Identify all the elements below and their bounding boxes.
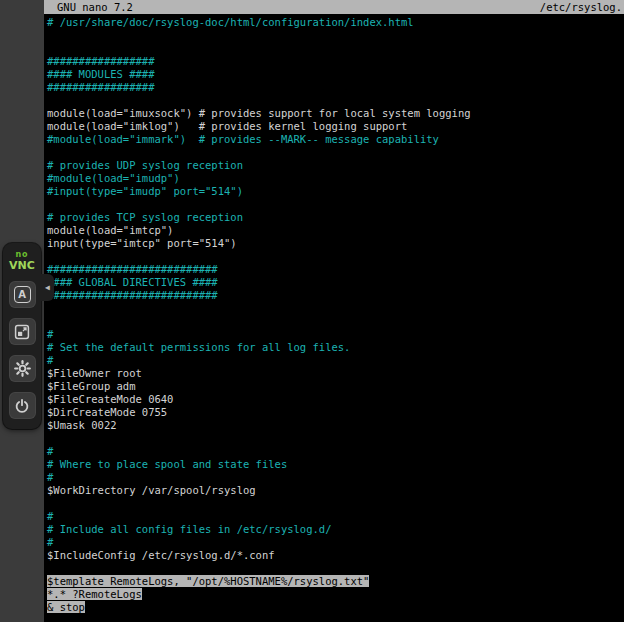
editor-line: # — [47, 536, 624, 549]
editor-line — [47, 250, 624, 263]
editor-line: ########################### — [47, 263, 624, 276]
editor-line: # Include all config files in /etc/rsysl… — [47, 523, 624, 536]
editor-line — [47, 29, 624, 42]
editor-line: #### GLOBAL DIRECTIVES #### — [47, 276, 624, 289]
editor-line: $FileCreateMode 0640 — [47, 393, 624, 406]
editor-line: # — [47, 510, 624, 523]
editor-line: $WorkDirectory /var/spool/rsyslog — [47, 484, 624, 497]
editor-line: *.* ?RemoteLogs — [47, 588, 624, 601]
editor-line: $FileGroup adm — [47, 380, 624, 393]
power-icon — [14, 398, 30, 414]
editor-line — [47, 94, 624, 107]
power-button[interactable] — [9, 392, 36, 419]
editor-line — [47, 42, 624, 55]
editor-line: module(load="imklog") # provides kernel … — [47, 120, 624, 133]
editor-line: #### MODULES #### — [47, 68, 624, 81]
editor-line: module(load="imtcp") — [47, 224, 624, 237]
fullscreen-icon — [14, 324, 30, 340]
editor-line: $Umask 0022 — [47, 419, 624, 432]
settings-button[interactable] — [9, 355, 36, 382]
editor-line — [47, 562, 624, 575]
editor-line: ################# — [47, 81, 624, 94]
editor-line: # — [47, 471, 624, 484]
terminal-screen[interactable]: GNU nano 7.2 /etc/rsyslog. # /usr/share/… — [44, 0, 624, 622]
editor-line: #module(load="imudp") — [47, 172, 624, 185]
editor-line: # Set the default permissions for all lo… — [47, 341, 624, 354]
editor-line — [47, 302, 624, 315]
editor-line: ########################### — [47, 289, 624, 302]
keyboard-button[interactable]: A — [9, 281, 36, 308]
editor-line: # — [47, 328, 624, 341]
nano-filename: /etc/rsyslog. — [540, 1, 622, 14]
editor-line: #input(type="imudp" port="514") — [47, 185, 624, 198]
novnc-logo: no VNC — [9, 251, 35, 271]
editor-line — [47, 146, 624, 159]
keyboard-a-icon: A — [14, 286, 31, 303]
editor-line: $IncludeConfig /etc/rsyslog.d/*.conf — [47, 549, 624, 562]
editor-line: # provides UDP syslog reception — [47, 159, 624, 172]
editor-line: # Where to place spool and state files — [47, 458, 624, 471]
editor-line: ################# — [47, 55, 624, 68]
editor-line: # — [47, 445, 624, 458]
editor-line: # provides TCP syslog reception — [47, 211, 624, 224]
editor-line — [47, 315, 624, 328]
nano-titlebar: GNU nano 7.2 /etc/rsyslog. — [44, 0, 624, 14]
editor-line: $DirCreateMode 0755 — [47, 406, 624, 419]
toolbar-collapse-handle[interactable]: ◀ — [41, 274, 54, 301]
editor-line — [47, 198, 624, 211]
editor-line: # /usr/share/doc/rsyslog-doc/html/config… — [47, 16, 624, 29]
novnc-logo-vnc: VNC — [9, 260, 35, 271]
editor-line — [47, 432, 624, 445]
editor-line: input(type="imtcp" port="514") — [47, 237, 624, 250]
chevron-left-icon: ◀ — [45, 283, 50, 292]
editor-line: $template RemoteLogs, "/opt/%HOSTNAME%/r… — [47, 575, 624, 588]
editor-line: & stop — [47, 601, 624, 614]
editor-line: module(load="imuxsock") # provides suppo… — [47, 107, 624, 120]
editor-line: # — [47, 354, 624, 367]
nano-version: GNU nano 7.2 — [57, 1, 133, 14]
fullscreen-button[interactable] — [9, 318, 36, 345]
novnc-logo-no: no — [9, 251, 35, 259]
editor-line: #module(load="immark") # provides --MARK… — [47, 133, 624, 146]
editor-line: $FileOwner root — [47, 367, 624, 380]
editor-lines: # /usr/share/doc/rsyslog-doc/html/config… — [44, 14, 624, 614]
gear-icon — [14, 360, 31, 377]
editor-line — [47, 497, 624, 510]
vnc-toolbar: no VNC A — [3, 243, 41, 429]
